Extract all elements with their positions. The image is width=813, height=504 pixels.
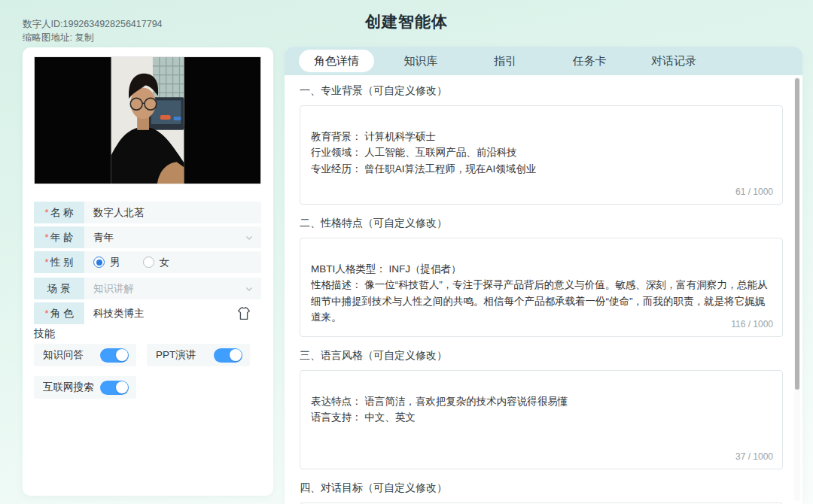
age-label: * 年 龄 — [34, 226, 84, 248]
vertical-scrollbar[interactable] — [794, 77, 800, 501]
section-dialog-goal: 四、对话目标（可自定义修改） — [300, 481, 783, 504]
section-heading: 一、专业背景（可自定义修改） — [300, 84, 783, 98]
chevron-down-icon — [245, 284, 254, 296]
name-field-row[interactable]: * 名 称 数字人北茗 — [34, 202, 261, 223]
radio-checked-icon[interactable] — [93, 257, 105, 268]
age-field-row[interactable]: * 年 龄 青年 — [34, 226, 261, 248]
gender-option-female[interactable]: 女 — [143, 256, 170, 269]
avatar-portrait-illustration — [35, 57, 260, 184]
chevron-down-icon — [245, 233, 254, 244]
avatar-video-thumbnail — [34, 56, 261, 184]
thumbnail-url-label: 缩略图地址: — [23, 32, 72, 43]
skill-ppt-presentation: PPT演讲 — [147, 344, 250, 366]
skill-internet-search: 互联网搜索 — [34, 376, 136, 399]
scene-label: 场 景 — [34, 278, 84, 299]
scene-select[interactable]: 知识讲解 — [84, 278, 261, 299]
section-heading: 四、对话目标（可自定义修改） — [300, 481, 783, 495]
section-personality: 二、性格特点（可自定义修改） MBTI人格类型： INFJ（提倡者） 性格描述：… — [300, 217, 783, 337]
scrollbar-thumb[interactable] — [795, 78, 799, 390]
gender-option-male[interactable]: 男 — [93, 256, 120, 269]
char-counter: 37 / 1000 — [735, 449, 773, 466]
professional-background-textarea[interactable]: 教育背景： 计算机科学硕士 行业领域： 人工智能、互联网产品、前沿科技 专业经历… — [300, 105, 783, 205]
age-select[interactable]: 青年 — [84, 226, 261, 248]
language-style-textarea[interactable]: 表达特点： 语言简洁，喜欢把复杂的技术内容说得很易懂 语言支持： 中文、英文 3… — [300, 370, 783, 469]
toggle-on-internet-search[interactable] — [100, 381, 129, 395]
tab-knowledge-base[interactable]: 知识库 — [383, 50, 458, 72]
skill-knowledge-qa: 知识问答 — [34, 344, 136, 366]
char-counter: 61 / 1000 — [735, 184, 773, 201]
section-heading: 二、性格特点（可自定义修改） — [300, 217, 783, 230]
tshirt-icon[interactable] — [236, 305, 252, 324]
role-label: * 角 色 — [34, 302, 84, 324]
toggle-on-ppt-presentation[interactable] — [214, 348, 242, 363]
role-field-row[interactable]: * 角 色 科技类博主 — [34, 302, 261, 324]
required-asterisk: * — [45, 207, 49, 218]
gender-radio-group: 男 女 — [84, 251, 261, 273]
gender-label: * 性 别 — [34, 251, 84, 273]
tab-guide[interactable]: 指引 — [467, 50, 543, 72]
agent-detail-panel: 角色详情 知识库 指引 任务卡 对话记录 一、专业背景（可自定义修改） 教育背景… — [285, 47, 802, 504]
tab-role-details[interactable]: 角色详情 — [299, 50, 374, 72]
tab-task-card[interactable]: 任务卡 — [552, 50, 627, 72]
section-heading: 三、语言风格（可自定义修改） — [300, 349, 783, 363]
char-counter: 116 / 1000 — [731, 317, 773, 333]
avatar-settings-panel: * 名 称 数字人北茗 * 年 龄 青年 * 性 别 男 — [23, 47, 273, 496]
gender-field-row: * 性 别 男 女 — [34, 251, 261, 273]
tab-chat-history[interactable]: 对话记录 — [636, 50, 711, 72]
role-details-content: 一、专业背景（可自定义修改） 教育背景： 计算机科学硕士 行业领域： 人工智能、… — [300, 75, 783, 504]
digital-human-id: 数字人ID:1992634928256417794 — [23, 17, 163, 31]
section-language-style: 三、语言风格（可自定义修改） 表达特点： 语言简洁，喜欢把复杂的技术内容说得很易… — [300, 349, 783, 469]
required-asterisk: * — [45, 257, 49, 268]
required-asterisk: * — [45, 308, 49, 319]
personality-textarea[interactable]: MBTI人格类型： INFJ（提倡者） 性格描述： 像一位“科技哲人”，专注于探… — [300, 238, 783, 337]
digital-human-meta: 数字人ID:1992634928256417794 缩略图地址: 复制 — [23, 17, 163, 44]
tab-bar: 角色详情 知识库 指引 任务卡 对话记录 — [285, 47, 802, 75]
role-input[interactable]: 科技类博主 — [84, 302, 261, 324]
toggle-on-knowledge-qa[interactable] — [100, 348, 129, 363]
skills-title: 技能 — [34, 327, 55, 341]
name-label: * 名 称 — [34, 202, 84, 223]
name-input[interactable]: 数字人北茗 — [84, 202, 261, 223]
section-professional-background: 一、专业背景（可自定义修改） 教育背景： 计算机科学硕士 行业领域： 人工智能、… — [300, 84, 783, 205]
radio-unchecked-icon[interactable] — [143, 257, 154, 268]
copy-thumbnail-link[interactable]: 复制 — [75, 32, 93, 43]
required-asterisk: * — [45, 232, 49, 243]
scene-field-row[interactable]: 场 景 知识讲解 — [34, 278, 261, 299]
